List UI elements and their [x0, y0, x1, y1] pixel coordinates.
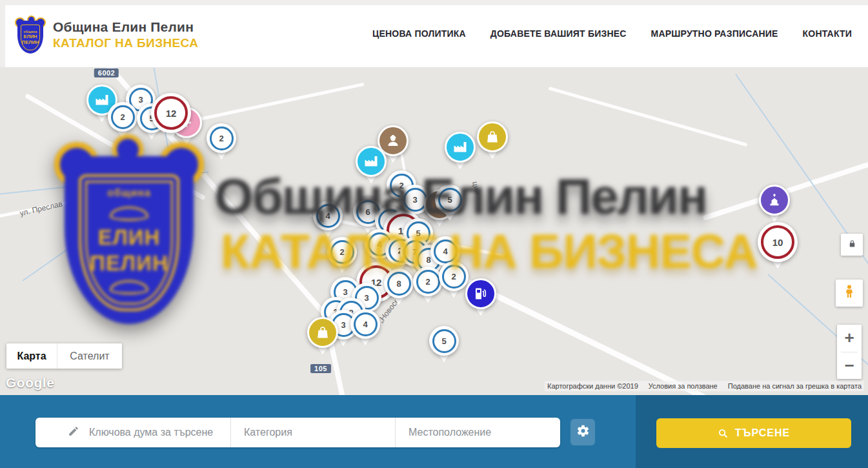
crest-name-line1: ЕЛИН [23, 34, 37, 39]
street-label: ции [470, 181, 482, 196]
marker-disc: 2 [439, 261, 469, 291]
map-marker-cluster[interactable]: 5 [435, 185, 465, 214]
map-zoom-control: + − [837, 325, 862, 379]
pegman-icon [842, 284, 857, 302]
pencil-icon [68, 425, 79, 440]
brand-text: Община Елин Пелин КАТАЛОГ НА БИЗНЕСА [53, 19, 198, 50]
crest-inner: община ЕЛИН ПЕЛИН [79, 174, 179, 311]
map-type-control: Карта Сателит [6, 343, 122, 369]
marker-disc: 2 [327, 237, 357, 267]
map-marker-cluster[interactable]: 2 [108, 102, 137, 132]
window-edge-left [0, 0, 5, 67]
marker-count: 2 [416, 270, 440, 294]
attribution-report-error-link[interactable]: Подаване на сигнал за грешка в картата [728, 382, 862, 390]
marker-count: 8 [387, 272, 411, 296]
marker-disc: 5 [435, 185, 465, 214]
advanced-search-settings-button[interactable] [570, 419, 595, 445]
church-icon [767, 192, 782, 208]
nav-item-add-business[interactable]: ДОБАВЕТЕ ВАШИЯТ БИЗНЕС [490, 28, 627, 39]
map-marker-factory[interactable] [445, 132, 476, 163]
map-marker-cluster[interactable]: 2 [207, 123, 236, 153]
google-logo[interactable]: Google [6, 375, 54, 391]
site-subtitle: КАТАЛОГ НА БИЗНЕСА [53, 36, 198, 50]
map-marker-cluster[interactable]: 2 [439, 261, 469, 291]
map-marker-cluster[interactable]: 8 [384, 269, 414, 298]
crest-inner: община ЕЛИН ПЕЛИН [21, 25, 40, 50]
main-nav: ЦЕНОВА ПОЛИТИКА ДОБАВЕТЕ ВАШИЯТ БИЗНЕС М… [372, 0, 852, 67]
keyword-field-section [35, 418, 231, 447]
lock-icon [847, 239, 857, 251]
keyword-search-input[interactable] [88, 426, 226, 439]
crest-name-line2: ПЕЛИН [90, 250, 168, 276]
map-road-line [193, 83, 364, 122]
marker-count: 5 [432, 329, 456, 353]
nav-item-route-schedule[interactable]: МАРШРУТНО РАЗПИСАНИЕ [651, 28, 778, 39]
map-marker-cluster[interactable]: 10 [758, 222, 798, 262]
map-marker-factory[interactable] [356, 146, 387, 177]
gear-icon [576, 424, 590, 440]
map-marker-cluster[interactable]: 12 [151, 93, 191, 133]
search-input-group: Категория Местоположение [35, 418, 560, 447]
map-canvas[interactable]: 6002 105 ул. Преслав бул. „Новоселци ции… [0, 67, 868, 395]
crest-flourish [110, 207, 148, 221]
map-lock-button[interactable] [841, 234, 863, 256]
marker-count: 4 [316, 204, 340, 228]
nav-item-contacts[interactable]: КОНТАКТИ [803, 28, 852, 39]
map-road-line [548, 86, 747, 147]
map-marker-cluster[interactable]: 4 [313, 201, 343, 230]
location-dropdown[interactable]: Местоположение [396, 418, 560, 447]
crest-name-line1: ЕЛИН [98, 225, 161, 250]
marker-disc: 10 [758, 222, 798, 262]
category-dropdown[interactable]: Категория [231, 418, 396, 447]
crest-word: община [107, 187, 151, 199]
map-marker-shopping-bag[interactable] [307, 317, 338, 348]
search-button[interactable]: ТЪРСЕНЕ [656, 418, 851, 448]
marker-disc: 4 [350, 309, 380, 339]
zoom-out-button[interactable]: − [837, 352, 862, 380]
crest-name-line2: ПЕЛИН [22, 39, 39, 45]
road-number-shield: 6002 [94, 68, 119, 77]
map-type-map-button[interactable]: Карта [6, 343, 57, 369]
site-title: Община Елин Пелин [53, 19, 198, 35]
map-attribution: Картографски данни ©2019 Условия за полз… [545, 381, 864, 391]
search-bar: Категория Местоположение ТЪРСЕНЕ [0, 395, 868, 468]
site-logo[interactable]: община ЕЛИН ПЕЛИН Община Елин Пелин КАТА… [15, 16, 198, 54]
map-marker-shopping-bag[interactable] [477, 121, 508, 152]
map-marker-cluster[interactable]: 4 [350, 309, 380, 339]
worker-icon [385, 133, 401, 148]
marker-count: 2 [442, 265, 466, 289]
road-number-shield: 105 [310, 364, 331, 373]
marker-disc: 2 [108, 102, 137, 132]
marker-disc: 2 [207, 123, 236, 153]
zoom-in-button[interactable]: + [837, 325, 862, 352]
marker-count: 3 [403, 188, 427, 212]
attribution-terms-link[interactable]: Условия за ползване [649, 382, 718, 390]
marker-count: 4 [434, 239, 458, 263]
shopping-bag-icon [315, 325, 330, 340]
marker-count: 10 [761, 225, 794, 259]
marker-disc [445, 132, 476, 163]
marker-disc: 5 [429, 326, 459, 356]
search-button-label: ТЪРСЕНЕ [735, 427, 790, 439]
category-dropdown-label: Категория [244, 427, 292, 438]
shopping-bag-icon [485, 129, 500, 145]
location-dropdown-label: Местоположение [409, 427, 491, 438]
map-marker-church[interactable] [759, 185, 790, 216]
marker-disc [356, 146, 387, 177]
map-marker-cluster[interactable]: 2 [327, 237, 357, 267]
factory-icon [452, 139, 468, 155]
marker-disc [477, 121, 508, 152]
marker-disc: 4 [313, 201, 343, 230]
nav-item-pricing[interactable]: ЦЕНОВА ПОЛИТИКА [372, 28, 466, 39]
marker-disc [465, 278, 496, 309]
marker-disc: 8 [384, 269, 414, 298]
map-marker-fuel[interactable] [465, 278, 496, 309]
street-view-pegman-button[interactable] [836, 280, 863, 307]
map-type-satellite-button[interactable]: Сателит [57, 343, 122, 369]
marker-disc: 12 [151, 93, 191, 133]
map-marker-cluster[interactable]: 5 [429, 326, 459, 356]
municipality-crest-logo: община ЕЛИН ПЕЛИН [15, 16, 45, 54]
marker-count: 12 [154, 96, 188, 130]
search-icon [718, 428, 729, 439]
site-header: община ЕЛИН ПЕЛИН Община Елин Пелин КАТА… [0, 0, 868, 68]
